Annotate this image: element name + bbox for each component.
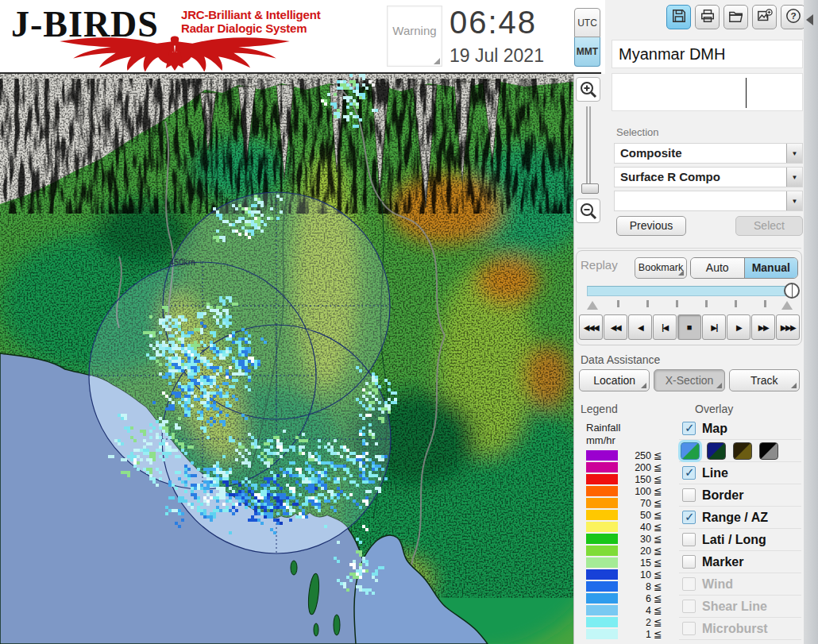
- add-image-icon: [757, 8, 773, 27]
- step-backward-button[interactable]: |◀: [653, 314, 677, 340]
- replay-timeline-slider[interactable]: [587, 286, 798, 296]
- zoom-slider[interactable]: [586, 106, 591, 194]
- legend-row: 70≦: [586, 497, 678, 509]
- legend-leq-symbol: ≦: [654, 557, 662, 569]
- marker-checkbox[interactable]: [682, 555, 696, 569]
- forward-fast-button[interactable]: ▶▶▶: [776, 314, 800, 340]
- legend-color-swatch: [586, 474, 618, 484]
- forward-button[interactable]: ▶▶: [751, 314, 775, 340]
- previous-button[interactable]: Previous: [616, 216, 686, 236]
- legend-value: 70: [618, 498, 651, 509]
- auto-button[interactable]: Auto: [691, 258, 744, 278]
- border-checkbox[interactable]: [682, 488, 696, 502]
- timeline-end-marker[interactable]: [781, 301, 793, 310]
- lati-long-checkbox[interactable]: [682, 533, 696, 546]
- legend-row: 200≦: [586, 461, 678, 473]
- radar-map[interactable]: 450km: [0, 74, 573, 644]
- stop-button[interactable]: ■: [677, 314, 701, 340]
- dropdown-arrow-icon[interactable]: ▼: [786, 191, 802, 210]
- print-button[interactable]: [695, 5, 720, 29]
- legend-value: 6: [618, 593, 651, 604]
- legend-row: 150≦: [586, 473, 678, 485]
- rewind-button[interactable]: ◀◀: [604, 314, 627, 340]
- logo-tagline: JRC-Brilliant & Intelligent Radar Dialog…: [181, 8, 320, 35]
- shear-line-checkbox: [682, 600, 696, 613]
- timeline-handle[interactable]: [784, 283, 800, 299]
- overlay-item-label: Range / AZ: [702, 511, 768, 525]
- select-button[interactable]: Select: [735, 216, 803, 236]
- zoom-out-button[interactable]: [576, 199, 600, 223]
- open-folder-button[interactable]: [723, 5, 748, 29]
- print-icon: [700, 8, 716, 27]
- timeline-tick: [676, 300, 678, 307]
- legend-row: 6≦: [586, 592, 678, 604]
- overlay-item-label: Wind: [702, 577, 733, 592]
- legend-value: 4: [618, 605, 651, 616]
- legend-value: 200: [618, 462, 651, 473]
- legend-leq-symbol: ≦: [654, 461, 662, 473]
- legend-leq-symbol: ≦: [654, 497, 662, 509]
- legend-value: 100: [618, 486, 651, 497]
- map-checkbox[interactable]: [682, 422, 696, 435]
- map-style-3[interactable]: [733, 442, 752, 460]
- help-button[interactable]: ?: [781, 5, 805, 29]
- map-style-2[interactable]: [707, 442, 726, 460]
- legend-color-swatch: [586, 462, 618, 472]
- location-button[interactable]: Location: [579, 369, 650, 391]
- warning-selector[interactable]: Warning: [387, 6, 442, 67]
- legend-unit-line1: Rainfall: [586, 422, 620, 434]
- eagle-icon: [8, 32, 341, 73]
- timeline-start-marker[interactable]: [587, 301, 598, 310]
- range-az-checkbox[interactable]: [682, 511, 696, 524]
- station-name: Myanmar DMH: [612, 40, 803, 68]
- play-forward-button[interactable]: ▶: [727, 314, 750, 340]
- selection-field-1[interactable]: Composite ▼: [614, 143, 803, 164]
- timezone-toggle: UTCMMT: [574, 8, 600, 67]
- timezone-mmt-button[interactable]: MMT: [574, 37, 600, 67]
- dropdown-arrow-icon[interactable]: ▼: [786, 144, 802, 163]
- help-icon: ?: [785, 8, 801, 27]
- legend-value: 20: [618, 546, 651, 557]
- map-style-4[interactable]: [759, 442, 778, 460]
- bookmark-button[interactable]: Bookmark: [635, 257, 687, 279]
- overlay-row-microburst: Microburst: [679, 618, 801, 640]
- timezone-utc-button[interactable]: UTC: [574, 8, 600, 37]
- legend-color-swatch: [586, 569, 618, 580]
- header-divider: [0, 72, 601, 74]
- legend-row: 4≦: [586, 604, 678, 616]
- map-style-1[interactable]: [681, 442, 700, 460]
- legend-value: 15: [618, 557, 651, 569]
- timeline-tick: [646, 300, 649, 307]
- selection-field-2[interactable]: Surface R Compo ▼: [614, 167, 803, 187]
- legend-leq-symbol: ≦: [654, 473, 662, 485]
- legend-color-swatch: [586, 617, 618, 627]
- legend-color-swatch: [586, 522, 618, 532]
- legend-scale: 250≦200≦150≦100≦70≦50≦40≦30≦20≦15≦10≦8≦6…: [586, 449, 678, 640]
- line-checkbox[interactable]: [682, 466, 696, 480]
- selection-field-3[interactable]: ▼: [614, 191, 803, 211]
- save-icon: [671, 8, 687, 27]
- jbirds-logo: J-BIRDS JRC-Brilliant & Intelligent Rada…: [8, 2, 381, 71]
- step-forward-button[interactable]: ▶|: [702, 314, 726, 340]
- legend-color-swatch: [586, 498, 618, 508]
- save-button[interactable]: [666, 5, 691, 29]
- manual-button[interactable]: Manual: [744, 258, 798, 278]
- legend-leq-symbol: ≦: [654, 485, 662, 497]
- play-backward-button[interactable]: ◀: [628, 314, 652, 340]
- legend-unit: Rainfall mm/hr: [586, 422, 620, 447]
- rewind-fast-button[interactable]: ◀◀◀: [579, 314, 603, 340]
- legend-leq-symbol: ≦: [654, 604, 662, 616]
- x-section-button[interactable]: X-Section: [654, 369, 724, 391]
- header: J-BIRDS JRC-Brilliant & Intelligent Rada…: [0, 0, 605, 74]
- track-button[interactable]: Track: [729, 369, 800, 391]
- zoom-in-button[interactable]: [576, 77, 600, 102]
- legend-color-swatch: [586, 557, 618, 568]
- legend-unit-line2: mm/hr: [586, 434, 620, 447]
- add-image-button[interactable]: [752, 5, 777, 29]
- collapse-panel-icon[interactable]: [806, 14, 813, 25]
- dropdown-arrow-icon[interactable]: ▼: [786, 168, 802, 187]
- legend-color-swatch: [586, 510, 618, 520]
- legend-leq-symbol: ≦: [654, 580, 662, 592]
- zoom-slider-handle[interactable]: [581, 183, 599, 194]
- legend-color-swatch: [586, 450, 618, 461]
